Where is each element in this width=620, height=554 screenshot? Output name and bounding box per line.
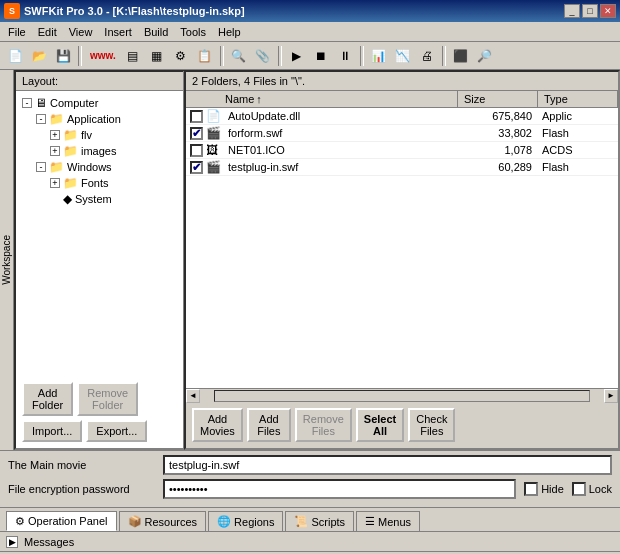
tool-1[interactable]: ▤ [122, 45, 144, 67]
file-row[interactable]: 🖼 NET01.ICO 1,078 ACDS [186, 142, 618, 159]
tool-4[interactable]: 📋 [194, 45, 216, 67]
menu-insert[interactable]: Insert [98, 24, 138, 40]
scroll-left-button[interactable]: ◄ [186, 389, 200, 403]
operation-panel-icon: ⚙ [15, 515, 25, 528]
tree-windows[interactable]: - 📁 Windows [20, 159, 179, 175]
remove-files-button[interactable]: Remove Files [295, 408, 352, 442]
import-button[interactable]: Import... [22, 420, 82, 442]
file-checkbox-1[interactable]: ✔ [186, 127, 206, 140]
check-files-button[interactable]: Check Files [408, 408, 455, 442]
remove-folder-button[interactable]: Remove Folder [77, 382, 138, 416]
close-button[interactable]: ✕ [600, 4, 616, 18]
select-all-button[interactable]: Select All [356, 408, 404, 442]
hide-checkbox[interactable] [524, 482, 538, 496]
tool-2[interactable]: ▦ [146, 45, 168, 67]
add-folder-button[interactable]: Add Folder [22, 382, 73, 416]
scroll-right-button[interactable]: ► [604, 389, 618, 403]
tab-resources[interactable]: 📦 Resources [119, 511, 207, 531]
menu-tools[interactable]: Tools [174, 24, 212, 40]
tab-label-regions: Regions [234, 516, 274, 528]
menus-icon: ☰ [365, 515, 375, 528]
add-files-button[interactable]: Add Files [247, 408, 291, 442]
expand-images[interactable]: + [50, 146, 60, 156]
tab-regions[interactable]: 🌐 Regions [208, 511, 283, 531]
tree-label-fonts: Fonts [81, 177, 109, 189]
menu-build[interactable]: Build [138, 24, 174, 40]
tool-8[interactable]: ⏹ [310, 45, 332, 67]
tab-operation-panel[interactable]: ⚙ Operation Panel [6, 511, 117, 531]
add-movies-button[interactable]: Add Movies [192, 408, 243, 442]
tree-images[interactable]: + 📁 images [20, 143, 179, 159]
tool-9[interactable]: ⏸ [334, 45, 356, 67]
expand-windows[interactable]: - [36, 162, 46, 172]
file-list: Name ↑ Size Type 📄 AutoUpdate.dll 675,84… [186, 91, 618, 388]
messages-expand-button[interactable]: ▶ [6, 536, 18, 548]
main-movie-row: The Main movie [8, 455, 612, 475]
new-button[interactable]: 📄 [4, 45, 26, 67]
minimize-button[interactable]: _ [564, 4, 580, 18]
checkbox-unchecked[interactable] [190, 110, 203, 123]
tree-application[interactable]: - 📁 Application [20, 111, 179, 127]
tab-menus[interactable]: ☰ Menus [356, 511, 420, 531]
col-header-size[interactable]: Size [458, 91, 538, 107]
checkbox-unchecked[interactable] [190, 144, 203, 157]
left-panel: Layout: - 🖥 Computer - 📁 Application + 📁 [14, 70, 184, 450]
tool-10[interactable]: 📊 [368, 45, 390, 67]
tool-13[interactable]: ⬛ [450, 45, 472, 67]
file-checkbox-2[interactable] [186, 144, 206, 157]
expand-computer[interactable]: - [22, 98, 32, 108]
workspace-label: Workspace [1, 235, 12, 285]
col-header-name[interactable]: Name ↑ [219, 91, 458, 107]
lock-checkbox[interactable] [572, 482, 586, 496]
tool-11[interactable]: 📉 [392, 45, 414, 67]
password-input[interactable] [163, 479, 516, 499]
export-button[interactable]: Export... [86, 420, 147, 442]
tree-label-flv: flv [81, 129, 92, 141]
toolbar-separator-3 [278, 46, 282, 66]
tree-label-windows: Windows [67, 161, 112, 173]
file-name-3: testplug-in.swf [224, 161, 458, 173]
save-button[interactable]: 💾 [52, 45, 74, 67]
windows-folder-icon: 📁 [49, 160, 64, 174]
tool-12[interactable]: 🖨 [416, 45, 438, 67]
tree-fonts[interactable]: + 📁 Fonts [20, 175, 179, 191]
expand-flv[interactable]: + [50, 130, 60, 140]
file-size-2: 1,078 [458, 144, 538, 156]
file-row[interactable]: 📄 AutoUpdate.dll 675,840 Applic [186, 108, 618, 125]
tree-system[interactable]: ◆ System [20, 191, 179, 207]
tool-7[interactable]: ▶ [286, 45, 308, 67]
lock-label: Lock [589, 483, 612, 495]
tool-6[interactable]: 📎 [252, 45, 274, 67]
file-row[interactable]: ✔ 🎬 testplug-in.swf 60,289 Flash [186, 159, 618, 176]
tab-scripts[interactable]: 📜 Scripts [285, 511, 354, 531]
tree-computer[interactable]: - 🖥 Computer [20, 95, 179, 111]
file-icon-3: 🎬 [206, 160, 224, 174]
expand-fonts[interactable]: + [50, 178, 60, 188]
main-movie-label: The Main movie [8, 459, 163, 471]
file-name-0: AutoUpdate.dll [224, 110, 458, 122]
checkbox-checked[interactable]: ✔ [190, 127, 203, 140]
window-controls: _ □ ✕ [564, 4, 616, 18]
toolbar-separator-5 [442, 46, 446, 66]
main-movie-input[interactable] [163, 455, 612, 475]
menu-edit[interactable]: Edit [32, 24, 63, 40]
tool-3[interactable]: ⚙ [170, 45, 192, 67]
menu-view[interactable]: View [63, 24, 99, 40]
file-checkbox-0[interactable] [186, 110, 206, 123]
file-row[interactable]: ✔ 🎬 forform.swf 33,802 Flash [186, 125, 618, 142]
right-panel-buttons: Add Movies Add Files Remove Files Select… [186, 402, 618, 448]
tool-14[interactable]: 🔎 [474, 45, 496, 67]
tree-flv[interactable]: + 📁 flv [20, 127, 179, 143]
open-button[interactable]: 📂 [28, 45, 50, 67]
app-logo: www. [90, 50, 116, 61]
col-header-type[interactable]: Type [538, 91, 618, 107]
file-type-2: ACDS [538, 144, 618, 156]
maximize-button[interactable]: □ [582, 4, 598, 18]
scroll-track[interactable] [214, 390, 590, 402]
menu-file[interactable]: File [2, 24, 32, 40]
tool-5[interactable]: 🔍 [228, 45, 250, 67]
file-checkbox-3[interactable]: ✔ [186, 161, 206, 174]
expand-application[interactable]: - [36, 114, 46, 124]
checkbox-checked[interactable]: ✔ [190, 161, 203, 174]
menu-help[interactable]: Help [212, 24, 247, 40]
